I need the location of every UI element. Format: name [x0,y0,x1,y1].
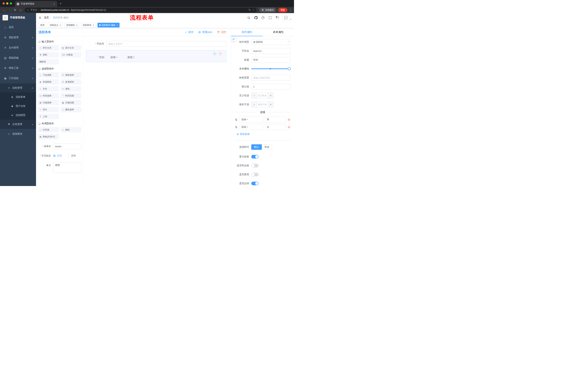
address-bar[interactable]: ⚠ 不安全 | dashboard.yudao.iocoder.cn/bpm/m… [25,8,257,12]
sidebar-item-process-model[interactable]: ➤ 流程模型 [0,111,36,120]
palette-component[interactable]: ◑ 颜色选择 [60,107,82,112]
view-tag[interactable]: 首页 × [39,23,46,28]
save-button[interactable]: ✓ 保存 [185,30,194,34]
fullscreen-icon[interactable] [268,16,272,20]
option-name-input[interactable] [239,124,263,130]
tab-form-props[interactable]: 表单属性 [263,28,294,36]
checkbox-icon[interactable] [106,56,109,59]
palette-component[interactable]: □ 行容器 [38,127,59,132]
tag-close-icon[interactable]: × [60,24,61,26]
style-segment-button[interactable]: 按钮 [262,144,272,150]
hamburger-icon[interactable]: ≡ [39,16,41,20]
add-option-button[interactable]: ⊕ 添加选项 [237,132,290,136]
field-name-input[interactable] [251,48,290,54]
default-value-input[interactable] [251,84,290,90]
checkbox-option[interactable]: 选项一 [106,56,118,59]
sidebar-item-devtools[interactable]: ⚒ 研发工具 ∨ [0,63,36,73]
font-size-icon[interactable]: TT [275,16,279,20]
stepper-plus-icon[interactable]: + [268,93,273,98]
back-icon[interactable]: ← [2,8,7,12]
bookmark-star-icon[interactable]: ☆ [252,9,254,11]
palette-component[interactable]: ▱ 按钮 [60,127,82,132]
option-value-input[interactable] [265,124,286,130]
tab-close-icon[interactable]: × [53,2,55,5]
palette-component[interactable]: ☑ 多选框组 [60,79,82,85]
drag-handle-icon[interactable] [235,118,238,121]
tag-close-icon[interactable]: × [76,24,78,26]
grid-slider[interactable] [251,66,290,72]
tag-close-icon[interactable]: × [93,24,94,26]
palette-component[interactable]: ☆ 评分 [38,107,59,112]
toggle-switch[interactable] [251,182,259,185]
form-name-input[interactable] [53,143,81,149]
toggle-switch[interactable] [251,173,259,176]
browser-tab[interactable]: 芋道管理系统 × [15,1,57,7]
drag-handle-icon[interactable] [235,126,238,128]
view-json-button[interactable]: 查看json [198,30,212,34]
view-tag[interactable]: 流程定义 × [48,23,63,28]
option-value-input[interactable] [265,117,286,122]
status-on-radio[interactable]: 开启 [53,154,62,158]
search-icon[interactable] [247,16,251,20]
reload-icon[interactable]: ↻ [13,8,18,12]
sidebar-item-process-management[interactable]: ≡ 流程管理 ∧ [0,83,36,93]
phone-form-item[interactable]: 手机号 [86,41,226,47]
palette-component[interactable]: ▤ 多行文本 [60,45,82,51]
checkbox-option[interactable]: 选项二 [123,56,135,59]
checkbox-icon[interactable] [123,56,126,59]
palette-component[interactable]: ⊷ 滑块 [60,86,82,92]
view-tag[interactable]: 流程模型 × [64,23,79,28]
max-select-input[interactable] [257,102,268,107]
close-window-button[interactable] [2,2,5,5]
component-type-select[interactable]: 多选框组 ▾ [251,39,290,45]
option-name-input[interactable] [239,117,263,122]
password-key-icon[interactable] [248,9,251,11]
stepper-minus-icon[interactable]: − [252,102,257,107]
tag-close-icon[interactable]: × [117,24,118,26]
home-browser-icon[interactable]: ⌂ [18,8,23,12]
palette-component[interactable]: 编辑器 [38,59,59,64]
link-float-button[interactable] [231,37,236,41]
palette-component[interactable]: 123 计数器 [60,52,82,57]
palette-component[interactable]: ↥ 上传 [38,114,59,119]
copy-component-button[interactable] [212,52,217,55]
palette-component[interactable]: ▦ 日期选择 [38,100,59,105]
sidebar-item-task-management[interactable]: ⚑ 任务管理 ∨ [0,120,36,129]
avatar-caret-icon[interactable]: ▾ [290,19,291,20]
zoom-window-button[interactable] [10,2,12,5]
sidebar-item-home[interactable]: ⌂ 首页 [0,22,36,32]
minimize-window-button[interactable] [6,2,8,5]
breadcrumb-home[interactable]: 首页 [44,16,49,19]
palette-component[interactable]: ✱ 密码 [38,52,59,57]
sidebar-item-system[interactable]: ⚙ 系统管理 ∨ [0,32,36,43]
clear-button[interactable]: 清空 [217,30,226,34]
toggle-switch[interactable] [251,164,259,167]
palette-component[interactable]: ◐ 开关 [38,86,59,92]
sidebar-item-user-group[interactable]: ☻ 用户分组 [0,102,36,111]
help-icon[interactable]: ? [261,16,265,20]
form-canvas[interactable]: 手机号 [83,36,231,186]
palette-component[interactable]: ◒ 下拉选择 [38,72,59,78]
palette-component[interactable]: ▩ 日期范围 [60,100,82,105]
status-off-radio[interactable]: 关闭 [67,154,76,158]
style-segment-button[interactable]: 默认 [251,144,262,150]
phone-input[interactable] [106,41,226,47]
palette-component[interactable]: ▭ 单行文本 [38,45,59,51]
label-width-input[interactable] [251,75,290,81]
stepper-plus-icon[interactable]: + [268,102,273,107]
min-select-input[interactable] [257,93,268,98]
sidebar-item-infrastructure[interactable]: ▤ 基础设施 ∨ [0,53,36,63]
update-button[interactable]: 更新 [278,8,287,12]
palette-component[interactable]: ◉ 单选框组 [38,79,59,85]
new-tab-button[interactable]: + [60,2,62,6]
gender-form-item-selected[interactable]: 性别 选项一 [86,50,226,62]
sidebar-item-workflow[interactable]: ▣ 工作流程 ∧ [0,73,36,83]
palette-component[interactable]: ◷ 时间选择 [38,93,59,98]
remove-option-icon[interactable]: ⊖ [288,126,290,129]
sidebar-item-leave-query[interactable]: ☺ 请假查询 [0,129,36,139]
app-logo-row[interactable]: 芋道管理系统 [0,13,36,22]
palette-component[interactable]: ▦ 表格[开发中] [38,134,59,139]
toggle-switch[interactable] [251,155,259,159]
sidebar-item-payment[interactable]: ¥ 支付管理 ∨ [0,43,36,53]
view-tag[interactable]: 流程表单-编辑 × [97,23,120,28]
